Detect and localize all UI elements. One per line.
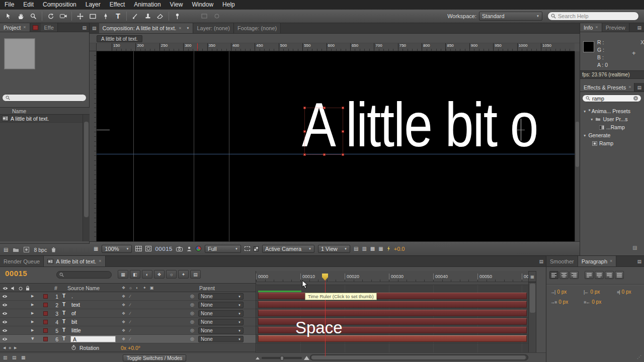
parent-pickwhip-icon[interactable]: ◎ (190, 319, 194, 324)
help-search-box[interactable]: Search Help (547, 12, 639, 21)
hand-tool-button[interactable] (15, 11, 27, 22)
menu-item[interactable]: View (166, 0, 188, 10)
tree-item-animation-presets[interactable]: ▼ * Anima... Presets (580, 107, 644, 115)
tab-effects-presets[interactable]: Effects & Presets × (580, 83, 634, 92)
motion-blur-button[interactable]: ☼ (166, 270, 177, 279)
tab-preview[interactable]: Preview (602, 23, 629, 32)
tab-layer[interactable]: Layer: (none) (193, 23, 233, 33)
twirl-icon[interactable]: ▶ (31, 294, 34, 298)
parent-pickwhip-icon[interactable]: ◎ (190, 336, 194, 341)
layer-name[interactable]: of (71, 310, 76, 316)
layer-name[interactable]: . (71, 293, 73, 299)
lock-icon[interactable] (26, 286, 30, 291)
window-resize-grip[interactable]: ⋰ (637, 354, 641, 359)
layer-row[interactable]: ▶ 6 T A ❖ ∕ ◎ None ▼ (0, 335, 256, 343)
zoom-tool-button[interactable] (27, 11, 40, 22)
effects-switch-icon[interactable]: ∕ (130, 337, 130, 341)
zoom-in-mountain-icon[interactable] (304, 355, 309, 360)
horizontal-ruler[interactable]: 1502002503003504004505005506006507007508… (97, 43, 575, 51)
project-item-row[interactable]: A little bit of text. (0, 115, 83, 123)
shape-tool-button[interactable] (87, 11, 99, 22)
indent-left-field[interactable]: →| 0 px (550, 289, 567, 295)
eraser-tool-button[interactable] (154, 11, 167, 22)
quality-switch-icon[interactable]: ❖ (122, 328, 125, 333)
close-icon[interactable]: × (99, 259, 101, 263)
exposure-value[interactable]: +0.0 (394, 246, 405, 252)
source-name-header[interactable]: Source Name (67, 285, 100, 291)
tab-effect-controls[interactable]: Effe (41, 23, 58, 32)
align-left-button[interactable] (549, 271, 558, 279)
layer-number-header[interactable]: # (54, 285, 57, 291)
selection-handle[interactable] (342, 130, 344, 133)
current-time-display[interactable]: 00015 (5, 269, 27, 278)
project-name-column-header[interactable]: Name (0, 107, 90, 115)
indent-right-field[interactable]: |← 0 px (584, 289, 600, 295)
parent-pickwhip-icon[interactable]: ◎ (190, 302, 194, 307)
puppet-pin-tool-button[interactable] (171, 11, 184, 22)
scrollbar-thumb[interactable] (311, 355, 526, 359)
close-icon[interactable]: × (628, 85, 631, 89)
panel-menu-icon[interactable]: ▤ (536, 256, 546, 266)
label-color-chip[interactable] (43, 337, 48, 341)
space-before-field[interactable]: →≡ 0 px (550, 299, 568, 305)
tab-project[interactable]: Project × (0, 23, 30, 32)
scrollbar-thumb[interactable] (530, 284, 535, 313)
comp-mini-flowchart-button[interactable]: ▦ (118, 270, 128, 279)
panel-menu-icon[interactable]: ▤ (79, 23, 89, 32)
close-icon[interactable]: × (179, 26, 181, 31)
menu-item[interactable]: Help (218, 0, 239, 10)
prev-keyframe-icon[interactable]: ◀ (3, 346, 6, 350)
work-area-bar[interactable] (256, 282, 528, 285)
composition-scrollbar[interactable] (575, 51, 580, 241)
project-search-input[interactable] (2, 94, 87, 102)
expand-render-time-icon[interactable]: ▤ (12, 355, 17, 360)
layer-duration-bar[interactable] (258, 310, 527, 316)
bit-depth-label[interactable]: 8 bpc (34, 247, 47, 253)
trash-icon[interactable] (51, 247, 56, 252)
toggle-switches-modes-button[interactable]: Toggle Switches / Modes (123, 354, 186, 361)
selection-bounding-box[interactable] (304, 108, 343, 155)
composition-breadcrumb[interactable]: A little bit of text. (97, 35, 142, 42)
quality-switch-icon[interactable]: ❖ (122, 303, 125, 307)
menu-item[interactable]: File (0, 0, 19, 10)
eye-icon[interactable] (2, 303, 8, 307)
snapshot-camera-icon[interactable] (176, 246, 183, 251)
exposure-reset-icon[interactable]: ▦ (378, 246, 383, 251)
twirl-down-icon[interactable]: ▼ (590, 118, 593, 121)
zoom-out-mountain-icon[interactable] (256, 356, 260, 360)
selection-tool-button[interactable] (2, 11, 15, 22)
zoom-slider-thumb[interactable] (280, 356, 284, 360)
tree-item-generate[interactable]: ▼ Generate (580, 131, 644, 139)
new-composition-icon[interactable] (24, 247, 29, 252)
comp-flowchart-icon[interactable]: ▩ (370, 246, 375, 251)
eye-icon[interactable] (3, 287, 8, 290)
align-right-button[interactable] (570, 271, 579, 279)
menu-item[interactable]: Composition (38, 0, 81, 10)
parent-pickwhip-icon[interactable]: ◎ (190, 294, 194, 299)
add-keyframe-icon[interactable]: ◆ (9, 346, 11, 350)
eye-icon[interactable] (2, 295, 8, 298)
panel-menu-icon[interactable]: ▤ (634, 83, 644, 92)
first-line-indent-value[interactable]: 0 px (622, 289, 631, 295)
comp-marker-bin-button[interactable]: ▦ (528, 271, 536, 282)
space-before-value[interactable]: 0 px (558, 299, 568, 305)
timeline-zoom-slider[interactable] (256, 355, 309, 360)
brush-tool-button[interactable] (129, 11, 141, 22)
eye-icon[interactable] (2, 312, 8, 315)
menu-item[interactable]: Edit (19, 0, 38, 10)
parent-dropdown[interactable]: None ▼ (198, 293, 244, 300)
effects-switch-icon[interactable]: ∕ (130, 311, 130, 316)
show-snapshot-icon[interactable] (186, 246, 192, 251)
space-after-field[interactable]: ≡← 0 px (584, 299, 601, 305)
zoom-slider-track[interactable] (262, 357, 302, 359)
tab-smoother[interactable]: Smoother (546, 256, 578, 266)
parent-dropdown[interactable]: None ▼ (198, 319, 244, 325)
panel-resize-icon[interactable]: ▨ (632, 245, 637, 250)
twirl-down-icon[interactable]: ▼ (583, 134, 586, 137)
tree-item-ramp-preset[interactable]: ...Ramp (580, 123, 644, 131)
twirl-down-icon[interactable]: ▼ (583, 110, 586, 113)
layer-name[interactable]: text (71, 302, 80, 308)
panel-menu-icon[interactable]: ▤ (634, 23, 644, 32)
selection-handle[interactable] (342, 153, 344, 156)
view-camera-dropdown[interactable]: Active Camera ▼ (262, 245, 314, 253)
